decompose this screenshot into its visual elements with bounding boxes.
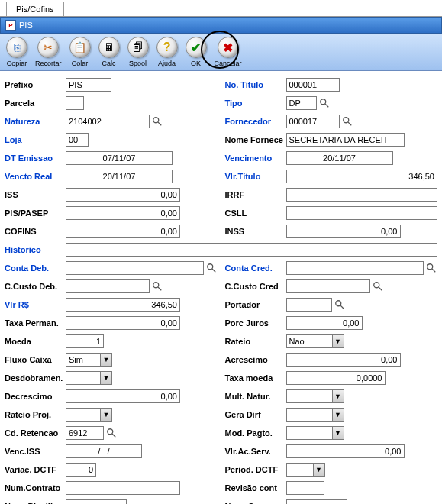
revisao-cont-input[interactable]	[286, 481, 324, 495]
num-contrato-label: Num.Contrato	[5, 483, 66, 493]
fluxo-caixa-input[interactable]	[66, 353, 100, 367]
loja-label: Loja	[5, 135, 66, 144]
desdobramen-input[interactable]	[66, 371, 100, 385]
period-dctf-input[interactable]	[286, 463, 313, 477]
conta-deb-input[interactable]	[66, 261, 204, 275]
desdobramen-dropdown[interactable]: ▼	[100, 371, 112, 385]
fluxo-caixa-dropdown[interactable]: ▼	[100, 353, 112, 367]
fornecedor-label: Fornecedor	[225, 117, 286, 126]
rateio-input[interactable]	[286, 334, 332, 348]
parcela-input[interactable]	[66, 96, 84, 110]
venc-iss-input[interactable]	[66, 444, 142, 458]
prefixo-input[interactable]	[66, 78, 111, 92]
ccusto-deb-input[interactable]	[66, 279, 150, 293]
vlr-ac-serv-label: Vlr.Ac.Serv.	[225, 447, 286, 456]
rateio-proj-input[interactable]	[66, 408, 100, 422]
svg-point-14	[335, 301, 340, 306]
spool-button[interactable]: 🗐 Spool	[126, 37, 150, 67]
svg-line-15	[340, 305, 343, 309]
porc-juros-label: Porc Juros	[225, 318, 286, 328]
mult-natur-label: Mult. Natur.	[225, 392, 286, 401]
svg-line-17	[112, 434, 115, 437]
csll-input[interactable]	[286, 206, 438, 220]
vlr-titulo-input[interactable]	[286, 170, 438, 183]
loja-input[interactable]	[66, 133, 89, 147]
tab-piscofins[interactable]: Pis/Cofins	[6, 2, 64, 16]
moeda-input[interactable]	[66, 334, 104, 348]
num-contrato-input[interactable]	[66, 481, 180, 495]
iss-input[interactable]	[66, 188, 180, 202]
svg-point-8	[427, 264, 433, 270]
copiar-button[interactable]: ⎘ Copiar	[5, 37, 29, 67]
taxa-perman-input[interactable]	[66, 316, 180, 330]
calc-button[interactable]: 🖩 Calc	[97, 37, 121, 67]
taxa-moeda-label: Taxa moeda	[225, 373, 286, 383]
natureza-input[interactable]	[66, 115, 150, 128]
cofins-label: COFINS	[5, 227, 66, 236]
pispasep-input[interactable]	[66, 206, 180, 220]
revisao-cont-label: Revisão cont	[225, 483, 286, 493]
portador-input[interactable]	[286, 298, 332, 312]
vlr-rs-input[interactable]	[66, 298, 180, 312]
svg-point-16	[108, 429, 113, 435]
cd-retencao-label: Cd. Retencao	[5, 428, 66, 438]
mod-pagto-dropdown[interactable]: ▼	[332, 426, 344, 440]
ccusto-cred-lookup[interactable]	[372, 280, 384, 292]
fornecedor-lookup[interactable]	[341, 115, 353, 128]
variac-dctf-input[interactable]	[66, 463, 96, 477]
vencimento-input[interactable]	[286, 151, 393, 165]
dt-emissao-input[interactable]	[66, 151, 173, 165]
rateio-proj-label: Rateio Proj.	[5, 410, 66, 419]
gera-dirf-dropdown[interactable]: ▼	[332, 408, 344, 422]
mult-natur-input[interactable]	[286, 389, 332, 403]
nome-fornece-input[interactable]	[286, 133, 405, 147]
acrescimo-input[interactable]	[286, 353, 401, 367]
colar-button[interactable]: 📋 Colar	[68, 37, 92, 67]
period-dctf-label: Period. DCTF	[225, 465, 286, 474]
cofins-input[interactable]	[66, 225, 180, 238]
gera-dirf-input[interactable]	[286, 408, 332, 422]
num-cronogr-input[interactable]	[286, 499, 347, 504]
ajuda-button[interactable]: ? Ajuda	[155, 37, 179, 67]
window-title: PIS	[19, 21, 33, 30]
acrescimo-label: Acrescimo	[225, 355, 286, 364]
tipo-input[interactable]	[286, 96, 317, 110]
iss-label: ISS	[5, 190, 66, 199]
rateio-label: Rateio	[225, 337, 286, 346]
window-title-bar: P PIS	[0, 17, 442, 34]
vencto-real-input[interactable]	[66, 170, 173, 183]
num-planilh-input[interactable]	[66, 499, 127, 504]
conta-cred-lookup[interactable]	[425, 262, 437, 274]
cd-retencao-input[interactable]	[66, 426, 104, 440]
portador-lookup[interactable]	[334, 299, 346, 311]
conta-cred-label: Conta Cred.	[225, 263, 286, 273]
vlr-ac-serv-input[interactable]	[286, 444, 405, 458]
mult-natur-dropdown[interactable]: ▼	[332, 389, 344, 403]
taxa-moeda-input[interactable]	[286, 371, 386, 385]
cd-retencao-lookup[interactable]	[105, 427, 118, 439]
decrescimo-input[interactable]	[66, 389, 180, 403]
irrf-input[interactable]	[286, 188, 438, 202]
conta-deb-lookup[interactable]	[205, 262, 218, 274]
rateio-dropdown[interactable]: ▼	[332, 334, 344, 348]
rateio-proj-dropdown[interactable]: ▼	[100, 408, 112, 422]
moeda-label: Moeda	[5, 337, 66, 346]
conta-cred-input[interactable]	[286, 261, 424, 275]
porc-juros-input[interactable]	[286, 316, 363, 330]
ok-button[interactable]: ✔ OK	[184, 37, 208, 67]
period-dctf-dropdown[interactable]: ▼	[313, 463, 325, 477]
historico-input[interactable]	[66, 243, 437, 257]
tab-bar: Pis/Cofins	[0, 0, 442, 17]
cancelar-button[interactable]: ✖ Cancelar	[213, 37, 244, 67]
recortar-button[interactable]: ✂ Recortar	[34, 37, 63, 67]
ccusto-cred-input[interactable]	[286, 279, 370, 293]
fornecedor-input[interactable]	[286, 115, 340, 128]
ccusto-cred-label: C.Custo Cred	[225, 282, 286, 291]
inss-input[interactable]	[286, 225, 401, 238]
no-titulo-input[interactable]	[286, 78, 340, 92]
mod-pagto-input[interactable]	[286, 426, 332, 440]
irrf-label: IRRF	[225, 190, 286, 199]
ccusto-deb-lookup[interactable]	[151, 280, 163, 292]
natureza-lookup[interactable]	[151, 115, 163, 128]
tipo-lookup[interactable]	[318, 97, 331, 109]
